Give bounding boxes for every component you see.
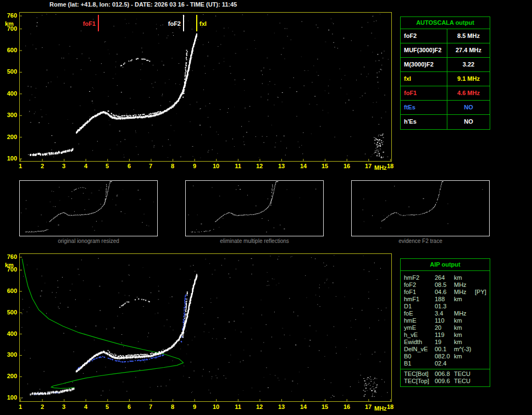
aip-row-value: 188	[435, 296, 454, 303]
aip-row-value: 19	[435, 339, 454, 346]
bottom-plot-y-axis-unit: km	[5, 262, 14, 268]
autoscala-row: M(3000)F23.22	[401, 58, 490, 72]
autoscala-row-label: foF2	[401, 29, 447, 43]
thumbnail-canvas-0	[20, 181, 157, 236]
aip-row-value: 264	[435, 274, 454, 281]
aip-row-value: 20	[435, 324, 454, 331]
top-plot-x-tick-label: 7	[144, 163, 157, 169]
bottom-ionogram-canvas	[20, 254, 391, 401]
bottom-plot-x-tick-label: 12	[253, 403, 266, 410]
marker-line-fxI	[196, 15, 197, 31]
top-ionogram-plot	[19, 12, 392, 162]
top-plot-x-tick-label: 2	[36, 163, 49, 169]
bottom-plot-x-tick-label: 17	[362, 403, 375, 410]
aip-row-extra	[475, 331, 490, 339]
aip-row: foF104.6MHz[PY]	[401, 289, 490, 296]
bottom-plot-x-tick-label: 11	[231, 403, 245, 410]
aip-row: hmF1188km	[401, 296, 490, 303]
aip-row-extra	[475, 274, 490, 281]
aip-row-unit: km	[454, 324, 475, 331]
bottom-ionogram-plot	[19, 253, 392, 402]
top-plot-y-tick-label: 500	[2, 68, 17, 75]
bottom-plot-x-tick-label: 7	[144, 403, 157, 410]
autoscala-row: ftEsNO	[401, 101, 490, 115]
thumbnail-f2-trace-evidence	[351, 180, 490, 236]
autoscala-screen: Rome (lat: +41.8, lon: 012.5) - DATE: 20…	[0, 0, 532, 415]
bottom-plot-x-tick-label: 8	[166, 403, 179, 410]
top-plot-y-axis-unit: km	[5, 20, 14, 27]
bottom-plot-x-tick-label: 16	[340, 403, 353, 410]
autoscala-row: foF14.6 MHz	[401, 86, 490, 101]
aip-output-table: AIP output hmF2264kmfoF208.5MHzfoF104.6M…	[400, 258, 490, 387]
aip-tec-row: TEC[Top]009.6TECU	[401, 378, 490, 385]
autoscala-table-title: AUTOSCALA output	[401, 17, 490, 29]
aip-row-unit: m^(-3)	[454, 346, 475, 353]
aip-row-name: DelN_vE	[401, 346, 435, 353]
bottom-plot-x-axis-unit: MHz	[374, 405, 387, 412]
aip-row-value: 04.6	[435, 289, 454, 296]
aip-row-unit: km	[454, 331, 475, 339]
aip-row: foF208.5MHz	[401, 281, 490, 289]
aip-row-name: Ewidth	[401, 339, 435, 346]
aip-row-unit: km	[454, 274, 475, 281]
aip-row-extra	[475, 303, 490, 310]
marker-line-foF2	[183, 15, 184, 31]
aip-row-extra	[475, 281, 490, 289]
autoscala-row-value: NO	[447, 115, 490, 129]
aip-row-value: 006.8	[435, 370, 454, 378]
top-plot-x-tick-label: 17	[362, 163, 375, 169]
top-plot-x-tick-label: 6	[123, 163, 136, 169]
aip-row-value: 08.5	[435, 281, 454, 289]
autoscala-row-value: 8.5 MHz	[447, 29, 490, 43]
aip-row-extra	[475, 353, 490, 360]
marker-label-foF2: foF2	[151, 20, 181, 27]
aip-row-value: 119	[435, 331, 454, 339]
bottom-plot-y-tick-label: 200	[2, 373, 17, 379]
aip-row: DelN_vE00.1m^(-3)	[401, 346, 490, 353]
aip-row-extra	[475, 296, 490, 303]
aip-row-extra	[475, 360, 490, 367]
aip-row-extra: [PY]	[475, 289, 490, 296]
autoscala-row-value: NO	[447, 101, 490, 114]
thumbnail-caption-f2: evidence F2 trace	[351, 238, 490, 245]
aip-row-extra	[475, 346, 490, 353]
aip-row-name: foF1	[401, 289, 435, 296]
top-plot-x-tick-label: 8	[166, 163, 179, 169]
aip-row-extra	[475, 339, 490, 346]
aip-row-name: hmF2	[401, 274, 435, 281]
station-header: Rome (lat: +41.8, lon: 012.5) - DATE: 20…	[49, 1, 237, 8]
bottom-plot-x-tick-label: 10	[209, 403, 223, 410]
top-plot-x-tick-label: 12	[253, 163, 266, 169]
autoscala-row-value: 27.4 MHz	[447, 43, 490, 57]
bottom-plot-x-tick-label: 13	[275, 403, 288, 410]
aip-row-unit: km	[454, 317, 475, 324]
bottom-plot-x-tick-label: 4	[79, 403, 92, 410]
top-plot-y-tick-label: 760	[2, 12, 17, 19]
top-plot-x-tick-label: 15	[318, 163, 331, 169]
aip-row-name: TEC[Top]	[401, 378, 435, 385]
aip-row-unit: TECU	[454, 378, 475, 385]
marker-label-fxI: fxI	[199, 20, 230, 27]
thumbnail-multiple-reflections-removed	[185, 180, 324, 236]
aip-row: Ewidth19km	[401, 339, 490, 346]
aip-row-unit: km	[454, 296, 475, 303]
aip-row-unit: km	[454, 339, 475, 346]
top-plot-x-tick-label: 4	[79, 163, 92, 169]
bottom-plot-x-tick-label: 1	[14, 403, 27, 410]
top-plot-x-axis-unit: MHz	[374, 164, 387, 171]
autoscala-row-value: 9.1 MHz	[447, 72, 490, 86]
aip-row-name: B1	[401, 360, 435, 367]
aip-table-title: AIP output	[401, 259, 490, 271]
thumbnail-original-ionogram	[19, 180, 158, 236]
autoscala-table-body: foF28.5 MHzMUF(3000)F227.4 MHzM(3000)F23…	[401, 29, 490, 129]
aip-row-value: 01.3	[435, 303, 454, 310]
bottom-plot-y-tick-label: 500	[2, 309, 17, 316]
bottom-plot-x-tick-label: 5	[101, 403, 114, 410]
aip-row-unit: MHz	[454, 310, 475, 317]
aip-row-unit: km	[454, 353, 475, 360]
aip-tec-row: TEC[Bot]006.8TECU	[401, 370, 490, 378]
thumbnail-caption-original: original ionogram resized	[19, 238, 158, 245]
aip-row-name: h_vE	[401, 331, 435, 339]
aip-row: B0082.0km	[401, 353, 490, 360]
top-plot-x-tick-label: 5	[101, 163, 114, 169]
